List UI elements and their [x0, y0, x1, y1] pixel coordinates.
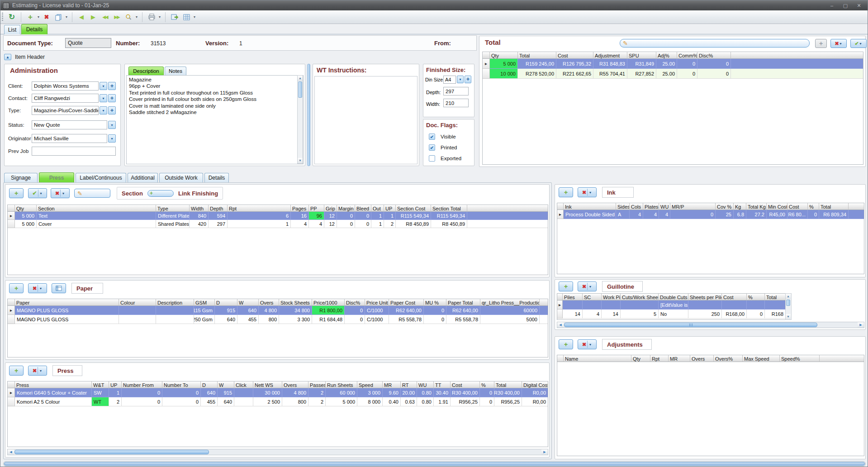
column-header[interactable]: UP — [384, 205, 396, 212]
press-delete-button[interactable]: ✖▾ — [28, 366, 47, 376]
depth-input[interactable]: 297 — [443, 87, 469, 95]
column-header[interactable]: Margin — [337, 205, 355, 212]
table-cell[interactable]: 840 — [190, 212, 209, 220]
table-cell[interactable]: MAGNO PLUS GLOSS — [15, 306, 119, 315]
column-header[interactable]: Run Sheets — [326, 381, 357, 388]
table-cell[interactable]: 14 — [602, 310, 621, 319]
table-cell[interactable]: 455 — [201, 397, 218, 406]
table-cell[interactable]: Komori G640 5 Colour + Coater — [15, 388, 92, 397]
scroll-left-icon[interactable]: ◀ — [8, 449, 14, 455]
column-header[interactable]: Click — [234, 381, 253, 388]
column-header[interactable]: % — [747, 294, 765, 300]
column-header[interactable]: Max Speed — [743, 355, 780, 362]
table-cell[interactable] — [156, 306, 194, 315]
column-header[interactable]: Cost — [722, 294, 747, 300]
column-header[interactable]: Qty — [15, 205, 37, 212]
table-cell[interactable]: 640 — [215, 315, 237, 324]
maximize-button[interactable]: ▢ — [842, 3, 849, 9]
table-cell[interactable]: 0.80 — [417, 388, 434, 397]
din-size-dropdown[interactable]: ▾ — [457, 76, 464, 83]
table-cell[interactable]: SW — [92, 388, 109, 397]
table-cell[interactable]: 0 — [355, 212, 371, 220]
table-cell[interactable]: 5000 — [480, 315, 540, 324]
table-cell[interactable]: R956,25 — [494, 397, 522, 406]
description-text[interactable]: Magazine 96pp + Cover Text printed in fu… — [126, 75, 304, 164]
table-cell[interactable]: 4 800 — [282, 388, 308, 397]
column-header[interactable]: Disc% — [345, 299, 365, 306]
column-header[interactable]: Section Cost — [396, 205, 431, 212]
table-cell[interactable]: 34 800 — [279, 306, 312, 315]
column-header[interactable]: Overs — [282, 381, 308, 388]
column-header[interactable]: D — [215, 299, 237, 306]
table-cell[interactable]: 0 — [480, 397, 494, 406]
table-cell[interactable]: R8 450,89 — [431, 220, 467, 228]
column-header[interactable]: Section Total — [431, 205, 467, 212]
column-header[interactable]: GSM — [194, 299, 215, 306]
table-cell[interactable]: R1 684,48 — [312, 315, 345, 324]
column-header[interactable]: Total — [819, 203, 849, 210]
table-cell[interactable]: 2 — [308, 397, 326, 406]
table-cell[interactable]: R27,852 — [627, 69, 656, 79]
table-cell[interactable]: R5 558,78 — [446, 315, 480, 324]
print-dropdown[interactable]: ▾ — [157, 15, 162, 19]
table-cell[interactable]: R8 450,89 — [396, 220, 431, 228]
column-header[interactable]: Rpt — [650, 355, 669, 362]
dropdown-button[interactable]: ▾ — [100, 82, 107, 90]
minimize-button[interactable]: – — [829, 3, 835, 9]
tab-additional[interactable]: Additional — [128, 173, 158, 182]
table-cell[interactable]: 0 — [355, 220, 371, 228]
total-add-button[interactable]: + — [815, 39, 827, 48]
table-cell[interactable]: 2 500 — [253, 397, 282, 406]
column-header[interactable]: W — [218, 381, 234, 388]
scroll-left-icon[interactable]: ◀ — [557, 322, 564, 328]
din-size-value[interactable]: A4 — [443, 76, 456, 84]
column-header[interactable]: Overs — [690, 355, 714, 362]
table-cell[interactable]: 594 — [209, 212, 228, 220]
total-edit-box[interactable]: ✎ — [620, 39, 810, 48]
table-cell[interactable]: Cover — [37, 220, 156, 228]
table-row[interactable]: 5 000CoverShared Plates420297144120012R8… — [8, 220, 548, 228]
ink-delete-button[interactable]: ✖▾ — [578, 187, 597, 197]
column-header[interactable]: Depth — [209, 205, 228, 212]
table-cell[interactable]: WT — [92, 397, 109, 406]
table-cell[interactable]: 6.8 — [734, 210, 746, 219]
scroll-thumb[interactable] — [564, 323, 817, 327]
column-header[interactable]: Total Kg — [746, 203, 767, 210]
add-dropdown[interactable]: ▾ — [36, 15, 41, 19]
dropdown-button[interactable]: ▾ — [108, 134, 116, 143]
table-cell[interactable]: R159 245,00 — [518, 59, 556, 69]
column-header[interactable]: PP — [309, 205, 324, 212]
guillotine-hscrollbar[interactable]: ◀ ▶ — [557, 322, 864, 328]
column-header[interactable]: Bleed — [355, 205, 371, 212]
column-header[interactable]: Sides — [616, 203, 630, 210]
column-header[interactable]: Total — [765, 294, 785, 300]
contact-input[interactable]: Cliff Rangwedzi — [32, 94, 99, 103]
column-header[interactable]: Speed% — [780, 355, 820, 362]
column-header[interactable]: Width — [190, 205, 209, 212]
table-row[interactable]: ▸Komori G640 5 Colour + CoaterSW10064091… — [8, 388, 548, 397]
column-header[interactable]: MU % — [424, 299, 446, 306]
column-header[interactable]: Press — [15, 381, 92, 388]
column-header[interactable]: Cov % — [716, 203, 734, 210]
tab-label-continuous[interactable]: Label/Continuous — [76, 173, 126, 182]
tab-description[interactable]: Description — [128, 67, 164, 75]
table-cell[interactable]: Shared Plates — [156, 220, 190, 228]
close-button[interactable]: ✕ — [856, 3, 862, 9]
tab-list[interactable]: List — [4, 25, 20, 34]
column-header[interactable]: Cost — [787, 203, 808, 210]
bottom-hscrollbar[interactable] — [3, 461, 866, 467]
nav-previous-button[interactable]: ◀ — [76, 12, 87, 23]
table-cell[interactable]: 12 — [324, 212, 337, 220]
nav-next-button[interactable]: ▶ — [87, 12, 99, 23]
table-row[interactable]: 144145No250R168,000R168 — [557, 310, 785, 319]
scroll-up-icon[interactable]: ▲ — [786, 294, 791, 299]
column-header[interactable]: Adj% — [656, 52, 677, 59]
scroll-thumb[interactable] — [4, 462, 865, 466]
column-header[interactable]: Cost — [451, 381, 480, 388]
column-header[interactable]: Price/1000 — [312, 299, 345, 306]
section-add-button[interactable]: + — [9, 188, 24, 198]
table-cell[interactable] — [688, 300, 722, 310]
table-cell[interactable]: C/1000 — [365, 306, 389, 315]
column-header[interactable]: Number From — [122, 381, 162, 388]
add-button[interactable]: + — [24, 12, 36, 23]
